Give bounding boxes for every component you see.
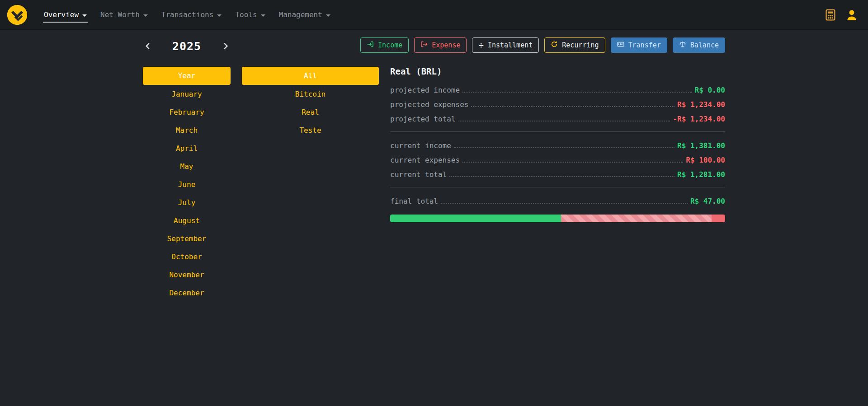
summary-row-final-total: final total R$ 47.00 [390, 194, 725, 208]
logo-icon [7, 5, 27, 25]
chevron-right-icon [222, 42, 230, 50]
summary-row-current-income: current income R$ 1,381.00 [390, 138, 725, 153]
installment-filter-button[interactable]: ÷ Installment [472, 37, 539, 53]
month-list: January February March April May June Ju… [143, 85, 231, 302]
scales-icon [679, 41, 686, 50]
dotted-leader [458, 121, 670, 121]
installment-filter-label: Installment [488, 41, 533, 49]
month-item-june[interactable]: June [143, 176, 231, 194]
nav-transactions-label: Transactions [161, 10, 214, 19]
nav-tools-label: Tools [235, 10, 257, 19]
balance-filter-button[interactable]: Balance [673, 37, 725, 53]
month-item-august[interactable]: August [143, 212, 231, 230]
row-label: projected income [390, 86, 460, 94]
transfer-filter-button[interactable]: Transfer [611, 37, 667, 53]
dotted-leader [449, 176, 675, 177]
app-logo[interactable] [7, 5, 27, 25]
row-value: R$ 0.00 [695, 86, 725, 94]
progress-segment-income [390, 215, 561, 222]
navbar-actions [825, 9, 861, 21]
all-accounts-button[interactable]: All [242, 67, 379, 85]
row-value: R$ 1,234.00 [677, 100, 725, 109]
nav-item-transactions[interactable]: Transactions [160, 7, 223, 23]
month-item-july[interactable]: July [143, 194, 231, 212]
month-item-february[interactable]: February [143, 103, 231, 121]
chevron-down-icon [143, 14, 148, 17]
row-value: R$ 1,381.00 [677, 141, 725, 150]
top-navbar: Overview Net Worth Transactions Tools Ma… [0, 0, 868, 30]
row-label: current expenses [390, 156, 460, 164]
dotted-leader [441, 203, 688, 204]
summary-divider [390, 131, 725, 132]
cash-transfer-icon [617, 41, 624, 50]
month-item-september[interactable]: September [143, 230, 231, 248]
account-item-real[interactable]: Real [242, 103, 379, 121]
chevron-down-icon [261, 14, 265, 17]
period-selector: 2025 Year January February March April M… [143, 38, 231, 302]
income-filter-label: Income [378, 41, 402, 49]
account-item-teste[interactable]: Teste [242, 121, 379, 140]
balance-filter-label: Balance [690, 41, 719, 49]
row-label: current income [390, 141, 451, 150]
nav-management-label: Management [279, 10, 322, 19]
progress-segment-expense-striped [561, 215, 712, 222]
recurring-filter-label: Recurring [562, 41, 599, 49]
row-label: projected expenses [390, 100, 468, 109]
transaction-filters: Income Expense ÷ Installment Recurring [390, 37, 725, 53]
row-label: final total [390, 197, 438, 205]
nav-overview-label: Overview [44, 10, 79, 19]
chevron-left-icon [144, 42, 152, 50]
nav-item-management[interactable]: Management [278, 7, 331, 23]
month-item-november[interactable]: November [143, 266, 231, 284]
dotted-leader [462, 162, 683, 163]
expense-filter-label: Expense [432, 41, 460, 49]
summary-row-projected-total: projected total -R$ 1,234.00 [390, 112, 725, 126]
account-summary-panel: Income Expense ÷ Installment Recurring [390, 37, 725, 222]
row-value: R$ 47.00 [690, 197, 725, 205]
recurring-filter-button[interactable]: Recurring [544, 37, 605, 53]
year-header: 2025 [143, 38, 231, 54]
main-nav: Overview Net Worth Transactions Tools Ma… [37, 0, 337, 29]
month-item-december[interactable]: December [143, 284, 231, 302]
month-item-october[interactable]: October [143, 248, 231, 266]
month-item-may[interactable]: May [143, 158, 231, 176]
month-item-march[interactable]: March [143, 121, 231, 140]
summary-divider [390, 187, 725, 187]
row-label: current total [390, 170, 447, 179]
row-value: -R$ 1,234.00 [673, 115, 725, 123]
row-label: projected total [390, 115, 456, 123]
next-year-button[interactable] [221, 41, 231, 51]
progress-segment-expense-solid [712, 215, 725, 222]
box-arrow-in-right-icon [367, 41, 374, 50]
current-year: 2025 [172, 40, 201, 53]
year-button[interactable]: Year [143, 67, 231, 85]
expense-filter-button[interactable]: Expense [414, 37, 467, 53]
summary-row-current-total: current total R$ 1,281.00 [390, 167, 725, 182]
row-value: R$ 1,281.00 [677, 170, 725, 179]
month-item-january[interactable]: January [143, 85, 231, 103]
summary-row-projected-income: projected income R$ 0.00 [390, 83, 725, 97]
row-value: R$ 100.00 [686, 156, 725, 164]
chevron-down-icon [326, 14, 330, 17]
current-rows: current income R$ 1,381.00 current expen… [390, 138, 725, 182]
previous-year-button[interactable] [143, 41, 153, 51]
account-summary-title: Real (BRL) [390, 66, 725, 76]
arrow-repeat-icon [551, 41, 558, 50]
calculator-icon[interactable] [825, 9, 836, 21]
account-list: Bitcoin Real Teste [242, 85, 379, 140]
nav-item-net-worth[interactable]: Net Worth [99, 7, 149, 23]
income-filter-button[interactable]: Income [360, 37, 409, 53]
nav-item-overview[interactable]: Overview [43, 7, 88, 23]
summary-row-current-expenses: current expenses R$ 100.00 [390, 153, 725, 167]
account-item-bitcoin[interactable]: Bitcoin [242, 85, 379, 103]
nav-item-tools[interactable]: Tools [234, 7, 266, 23]
month-item-april[interactable]: April [143, 140, 231, 158]
chevron-down-icon [217, 14, 222, 17]
chevron-down-icon [82, 14, 87, 17]
income-expense-progress-bar [390, 215, 725, 222]
dotted-leader [454, 147, 675, 148]
division-icon: ÷ [478, 41, 483, 50]
box-arrow-out-right-icon [420, 41, 428, 50]
user-icon[interactable] [845, 9, 858, 21]
dotted-leader [462, 92, 692, 93]
